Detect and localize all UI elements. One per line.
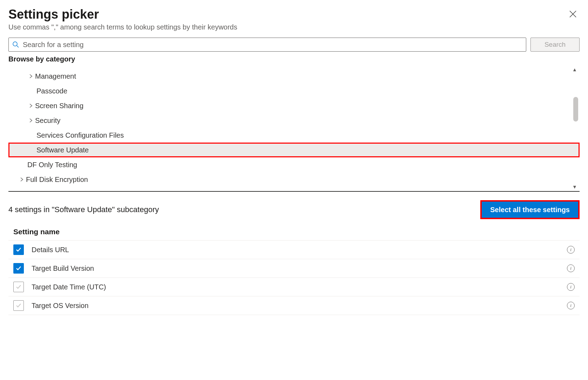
check-icon bbox=[15, 302, 22, 309]
scroll-up-arrow-icon[interactable]: ▲ bbox=[572, 67, 577, 72]
check-icon bbox=[15, 265, 22, 272]
setting-checkbox[interactable] bbox=[13, 282, 24, 292]
category-item-df-only-testing[interactable]: DF Only Testing bbox=[8, 157, 580, 172]
svg-point-0 bbox=[13, 42, 17, 46]
setting-name-label: Details URL bbox=[32, 246, 567, 254]
setting-name-label: Target Date Time (UTC) bbox=[32, 283, 567, 291]
category-label: DF Only Testing bbox=[27, 161, 77, 169]
search-icon bbox=[12, 41, 19, 48]
category-label: Security bbox=[35, 117, 60, 125]
info-icon[interactable]: i bbox=[567, 246, 575, 254]
setting-name-label: Target Build Version bbox=[32, 264, 567, 273]
svg-line-1 bbox=[17, 46, 19, 47]
settings-count-summary: 4 settings in "Software Update" subcateg… bbox=[8, 205, 159, 214]
setting-row: Details URLi bbox=[8, 241, 580, 259]
setting-name-column-header: Setting name bbox=[8, 228, 580, 241]
chevron-right-icon bbox=[27, 104, 35, 108]
setting-row: Target OS Versioni bbox=[8, 296, 580, 315]
setting-name-label: Target OS Version bbox=[32, 302, 567, 310]
chevron-right-icon bbox=[18, 177, 26, 182]
category-label: Software Update bbox=[36, 146, 89, 154]
category-item-software-update[interactable]: Software Update bbox=[8, 143, 580, 157]
category-tree-pane: ManagementPasscodeScreen SharingSecurity… bbox=[8, 65, 580, 192]
category-item-passcode[interactable]: Passcode bbox=[8, 84, 580, 98]
chevron-right-icon bbox=[27, 74, 35, 78]
category-label: Full Disk Encryption bbox=[26, 176, 88, 184]
browse-by-category-label: Browse by category bbox=[8, 55, 580, 63]
info-icon[interactable]: i bbox=[567, 283, 575, 291]
info-icon[interactable]: i bbox=[567, 302, 575, 309]
setting-row: Target Build Versioni bbox=[8, 259, 580, 278]
category-label: Passcode bbox=[36, 87, 67, 95]
setting-checkbox[interactable] bbox=[13, 244, 24, 255]
close-button[interactable] bbox=[566, 8, 580, 21]
check-icon bbox=[15, 283, 22, 290]
category-item-screen-sharing[interactable]: Screen Sharing bbox=[8, 98, 580, 113]
search-input[interactable] bbox=[23, 41, 522, 49]
chevron-right-icon bbox=[27, 118, 35, 123]
page-title: Settings picker bbox=[8, 7, 237, 22]
search-field-wrap[interactable] bbox=[8, 38, 526, 52]
close-icon bbox=[569, 10, 577, 18]
setting-row: Target Date Time (UTC)i bbox=[8, 278, 580, 296]
category-label: Screen Sharing bbox=[35, 102, 83, 110]
category-item-management[interactable]: Management bbox=[8, 69, 580, 84]
select-all-highlight: Select all these settings bbox=[480, 200, 580, 219]
setting-checkbox[interactable] bbox=[13, 300, 24, 311]
search-button[interactable]: Search bbox=[530, 38, 580, 52]
page-subtitle: Use commas "," among search terms to loo… bbox=[8, 23, 237, 31]
check-icon bbox=[15, 246, 22, 253]
category-item-full-disk-encryption[interactable]: Full Disk Encryption bbox=[8, 172, 580, 187]
category-item-services-configuration-files[interactable]: Services Configuration Files bbox=[8, 128, 580, 143]
info-icon[interactable]: i bbox=[567, 264, 575, 272]
setting-checkbox[interactable] bbox=[13, 263, 24, 274]
category-label: Management bbox=[35, 72, 76, 80]
category-label: Services Configuration Files bbox=[36, 131, 124, 139]
scroll-down-arrow-icon[interactable]: ▼ bbox=[572, 184, 577, 190]
category-item-security[interactable]: Security bbox=[8, 113, 580, 128]
select-all-button[interactable]: Select all these settings bbox=[482, 202, 578, 218]
